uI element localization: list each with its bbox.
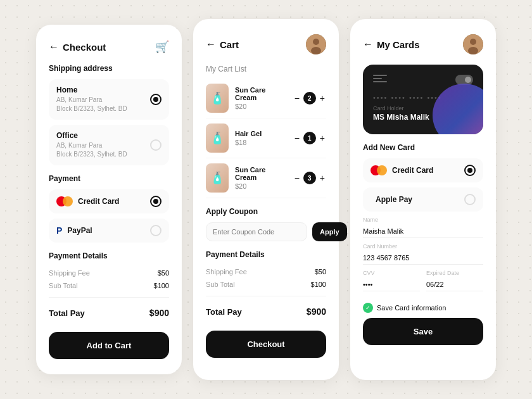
card-number-label: Card Number (363, 243, 483, 250)
qty-badge-1: 2 (303, 92, 316, 104)
card-toggle[interactable] (455, 75, 473, 85)
avatar (463, 34, 483, 54)
shipping-row: Shipping Fee $50 (49, 267, 169, 279)
card-applepay-radio[interactable] (464, 194, 476, 205)
checkout-back-button[interactable]: ← Checkout (49, 41, 106, 53)
cart-subtotal-row: Sub Total $100 (206, 278, 326, 291)
payment-paypal-radio[interactable] (150, 225, 162, 236)
cart-item-2-info: Hair Gel $18 (235, 130, 287, 146)
expiry-input-group: Expired Date (426, 270, 483, 291)
cart-total-label: Total Pay (206, 307, 242, 317)
payment-section-title: Payment (49, 174, 169, 183)
address-home-item[interactable]: Home AB, Kumar ParaBlock B/2323, Sylhet.… (49, 79, 169, 120)
expiry-label: Expired Date (426, 270, 483, 276)
address-office-info: Office AB, Kumar ParaBlock B/2323, Sylhe… (56, 131, 127, 159)
payment-creditcard-radio[interactable] (150, 196, 162, 207)
coupon-section-title: Apply Coupon (206, 207, 326, 216)
toggle-knob (465, 77, 471, 83)
shipping-section-title: Shipping address (49, 64, 169, 73)
divider (49, 297, 169, 298)
bank-card: •••• •••• •••• •••• Card Holder MS Misha… (363, 65, 483, 134)
apply-coupon-button[interactable]: Apply (312, 222, 347, 241)
address-home-info: Home AB, Kumar ParaBlock B/2323, Sylhet.… (56, 86, 127, 113)
cart-subtotal-value: $100 (311, 281, 326, 288)
radio-inner (153, 199, 158, 204)
expiry-input[interactable] (426, 278, 483, 291)
qty-badge-3: 3 (303, 172, 316, 184)
address-office-item[interactable]: Office AB, Kumar ParaBlock B/2323, Sylhe… (49, 125, 169, 165)
save-check-icon[interactable]: ✓ (363, 303, 373, 313)
svg-point-2 (311, 47, 321, 54)
cart-icon[interactable]: 🛒 (155, 40, 169, 54)
cart-total-row: Total Pay $900 (206, 301, 326, 322)
checkout-button[interactable]: Checkout (206, 331, 326, 358)
chip-line (373, 81, 387, 82)
payment-creditcard-item[interactable]: Credit Card (49, 189, 169, 213)
back-arrow-icon: ← (363, 39, 373, 50)
subtotal-label: Sub Total (49, 282, 78, 289)
card-creditcard-item[interactable]: Credit Card (363, 158, 483, 182)
cart-item-3-price: $20 (235, 182, 287, 190)
divider (206, 296, 326, 296)
cart-item-3-name: Sun Care Cream (235, 166, 287, 181)
card-creditcard-radio[interactable] (464, 165, 476, 176)
subtotal-value: $100 (154, 282, 169, 289)
qty-control-2: − 1 + (293, 132, 326, 144)
card-applepay-left: Apple Pay (370, 195, 412, 204)
cart-item-1: 🧴 Sun Care Cream $20 − 2 + (206, 79, 326, 118)
add-new-title: Add New Card (363, 143, 483, 152)
cart-item-2: 🧴 Hair Gel $18 − 1 + (206, 118, 326, 158)
address-home-radio[interactable] (150, 94, 162, 105)
save-button[interactable]: Save (363, 318, 483, 345)
payment-paypal-item[interactable]: P PayPal (49, 218, 169, 243)
name-input[interactable] (363, 225, 483, 238)
cart-subtitle: My Cart List (206, 65, 326, 73)
svg-point-1 (313, 39, 319, 45)
cart-item-2-price: $18 (235, 139, 287, 146)
radio-inner (153, 97, 158, 102)
qty-plus-2[interactable]: + (319, 133, 326, 143)
address-office-detail: AB, Kumar ParaBlock B/2323, Sylhet. BD (56, 141, 127, 159)
cart-shipping-value: $50 (315, 268, 326, 276)
qty-minus-2[interactable]: − (293, 133, 301, 143)
svg-point-5 (468, 47, 478, 54)
cvv-input[interactable] (363, 278, 420, 291)
radio-inner (467, 168, 472, 173)
address-office-label: Office (56, 131, 127, 140)
back-arrow-icon: ← (49, 41, 59, 53)
address-home-label: Home (56, 86, 127, 94)
qty-minus-1[interactable]: − (293, 93, 301, 103)
cart-back-button[interactable]: ← Cart (206, 39, 239, 50)
payment-paypal-label: PayPal (67, 226, 92, 235)
cart-item-2-name: Hair Gel (235, 130, 287, 137)
product-img-2: 🧴 (206, 124, 229, 153)
chip-line (373, 78, 382, 79)
qty-plus-1[interactable]: + (319, 93, 326, 103)
subtotal-row: Sub Total $100 (49, 279, 169, 292)
my-cards-back-button[interactable]: ← My Cards (363, 39, 420, 50)
address-office-radio[interactable] (150, 139, 162, 151)
qty-plus-3[interactable]: + (319, 173, 326, 183)
name-input-group: Name (363, 217, 483, 238)
total-label: Total Pay (49, 308, 85, 318)
product-img-1: 🧴 (206, 84, 229, 113)
qty-minus-3[interactable]: − (293, 173, 301, 183)
add-to-cart-button[interactable]: Add to Cart (49, 332, 169, 359)
chip-line (373, 75, 387, 76)
my-cards-panel: ← My Cards •••• •••• •••• •••• Card Hold… (350, 19, 496, 380)
cart-item-1-info: Sun Care Cream $20 (235, 86, 287, 110)
card-creditcard-label: Credit Card (392, 166, 433, 175)
cart-shipping-row: Shipping Fee $50 (206, 265, 326, 278)
qty-control-1: − 2 + (293, 92, 326, 104)
cart-subtotal-label: Sub Total (206, 281, 235, 288)
avatar (306, 34, 326, 54)
cart-item-3: 🧴 Sun Care Cream $20 − 3 + (206, 158, 326, 198)
card-applepay-item[interactable]: Apple Pay (363, 187, 483, 212)
mastercard-icon (370, 165, 387, 175)
save-checkbox-row: ✓ Save Card information (363, 303, 483, 313)
card-number-input[interactable] (363, 251, 483, 265)
payment-details-title: Payment Details (49, 251, 169, 260)
checkout-header: ← Checkout 🛒 (49, 40, 169, 54)
cvv-expiry-row: CVV Expired Date (363, 270, 483, 296)
coupon-input[interactable] (206, 222, 307, 241)
